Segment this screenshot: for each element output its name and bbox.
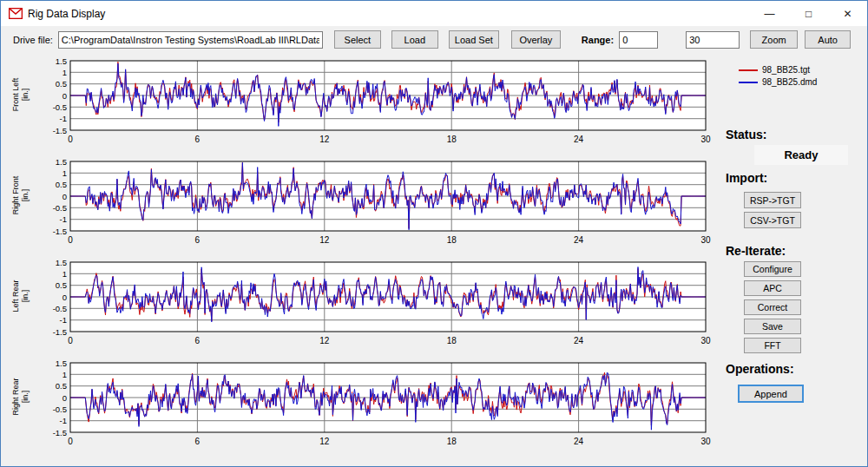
y-axis-label-left-rear: Left Rear [in.] bbox=[10, 260, 32, 355]
svg-text:-1.5: -1.5 bbox=[53, 126, 67, 135]
legend-entry-dmd: 98_BB25.dmd bbox=[739, 77, 817, 87]
channel-unit: [in.] bbox=[21, 176, 30, 215]
chart-plot-right-front: 1.510.50-0.5-1-1.50612182430 bbox=[32, 159, 714, 254]
svg-text:0: 0 bbox=[68, 135, 73, 144]
svg-text:12: 12 bbox=[319, 235, 330, 245]
svg-text:6: 6 bbox=[195, 135, 201, 144]
svg-text:18: 18 bbox=[447, 135, 457, 144]
svg-text:-1: -1 bbox=[60, 416, 67, 425]
svg-text:-0.5: -0.5 bbox=[53, 203, 67, 213]
y-axis-label-right-rear: Right Rear [in.] bbox=[10, 360, 32, 456]
status-label: Status: bbox=[726, 128, 766, 141]
close-button[interactable]: ✕ bbox=[828, 1, 867, 26]
channel-name: Front Left bbox=[11, 78, 21, 112]
legend-entry-tgt: 98_BB25.tgt bbox=[739, 65, 817, 75]
app-icon bbox=[9, 8, 23, 19]
chart-plot-right-rear: 1.510.50-0.5-1-1.50612182430 bbox=[32, 360, 714, 456]
overlay-button[interactable]: Overlay bbox=[511, 30, 561, 49]
dmd-line-swatch bbox=[739, 82, 758, 83]
import-label: Import: bbox=[726, 171, 767, 185]
svg-text:18: 18 bbox=[447, 336, 457, 345]
chart-row-left-rear: Left Rear [in.] 1.510.50-0.5-1-1.5061218… bbox=[10, 260, 714, 355]
chart-row-front-left: Front Left [in.] 1.510.50-0.5-1-1.506121… bbox=[10, 58, 714, 154]
svg-text:0.5: 0.5 bbox=[56, 180, 67, 189]
svg-text:-1.5: -1.5 bbox=[53, 327, 67, 337]
chart-row-right-rear: Right Rear [in.] 1.510.50-0.5-1-1.506121… bbox=[10, 360, 714, 456]
channel-unit: [in.] bbox=[21, 280, 30, 312]
svg-text:1: 1 bbox=[62, 168, 67, 178]
auto-button[interactable]: Auto bbox=[805, 30, 851, 49]
channel-unit: [in.] bbox=[21, 378, 30, 415]
select-button[interactable]: Select bbox=[334, 30, 381, 49]
toolbar: Drive file: Select Load Load Set Overlay… bbox=[1, 26, 867, 53]
svg-text:24: 24 bbox=[574, 135, 584, 144]
main-area: Front Left [in.] 1.510.50-0.5-1-1.506121… bbox=[1, 53, 867, 466]
tgt-line-swatch bbox=[739, 69, 758, 71]
fft-button[interactable]: FFT bbox=[744, 338, 801, 353]
svg-text:-1.5: -1.5 bbox=[53, 227, 67, 236]
channel-unit: [in.] bbox=[21, 78, 30, 112]
reiterate-label: Re-Iterate: bbox=[726, 244, 786, 258]
svg-text:1.5: 1.5 bbox=[56, 360, 67, 368]
svg-text:1: 1 bbox=[62, 68, 67, 77]
zoom-button[interactable]: Zoom bbox=[750, 30, 798, 49]
y-axis-label-front-left: Front Left [in.] bbox=[10, 58, 32, 154]
svg-text:0: 0 bbox=[62, 91, 67, 101]
svg-text:30: 30 bbox=[700, 336, 711, 345]
svg-text:-1.5: -1.5 bbox=[53, 428, 67, 437]
svg-text:18: 18 bbox=[447, 235, 457, 245]
save-button[interactable]: Save bbox=[744, 319, 801, 334]
svg-text:30: 30 bbox=[700, 135, 711, 144]
svg-text:24: 24 bbox=[574, 336, 584, 345]
svg-text:1.5: 1.5 bbox=[56, 159, 67, 167]
load-set-button[interactable]: Load Set bbox=[449, 30, 499, 49]
correct-button[interactable]: Correct bbox=[744, 299, 801, 315]
svg-text:0: 0 bbox=[62, 192, 67, 201]
drive-file-input[interactable] bbox=[58, 31, 323, 49]
apc-button[interactable]: APC bbox=[744, 280, 801, 296]
app-window: Rig Data Display — □ ✕ Drive file: Selec… bbox=[0, 0, 868, 467]
svg-text:-0.5: -0.5 bbox=[53, 102, 67, 112]
status-value: Ready bbox=[754, 145, 848, 165]
legend: 98_BB25.tgt 98_BB25.dmd bbox=[739, 65, 817, 89]
range-end-input[interactable] bbox=[686, 31, 740, 49]
svg-text:1.5: 1.5 bbox=[56, 58, 67, 66]
channel-name: Right Front bbox=[11, 176, 21, 215]
svg-text:0: 0 bbox=[68, 235, 73, 245]
window-controls: — □ ✕ bbox=[750, 1, 867, 26]
rsp-to-tgt-button[interactable]: RSP->TGT bbox=[744, 192, 801, 208]
svg-text:0: 0 bbox=[68, 437, 73, 446]
svg-text:6: 6 bbox=[195, 437, 201, 446]
range-label: Range: bbox=[582, 35, 614, 45]
svg-text:1.5: 1.5 bbox=[56, 260, 67, 267]
svg-text:-1: -1 bbox=[60, 214, 67, 224]
range-start-input[interactable] bbox=[619, 31, 658, 49]
legend-label-tgt: 98_BB25.tgt bbox=[762, 65, 810, 75]
maximize-button[interactable]: □ bbox=[789, 1, 828, 26]
svg-text:1: 1 bbox=[62, 370, 67, 379]
svg-text:30: 30 bbox=[700, 235, 711, 245]
load-button[interactable]: Load bbox=[391, 30, 438, 49]
append-button[interactable]: Append bbox=[738, 385, 804, 403]
charts-area: Front Left [in.] 1.510.50-0.5-1-1.506121… bbox=[10, 58, 714, 461]
svg-text:0: 0 bbox=[62, 393, 67, 403]
svg-text:24: 24 bbox=[574, 235, 584, 245]
svg-text:-0.5: -0.5 bbox=[53, 304, 67, 313]
svg-text:12: 12 bbox=[319, 437, 330, 446]
csv-to-tgt-button[interactable]: CSV->TGT bbox=[744, 212, 801, 228]
sidebar: 98_BB25.tgt 98_BB25.dmd Status: Ready Im… bbox=[718, 53, 867, 466]
minimize-button[interactable]: — bbox=[750, 1, 789, 26]
window-title: Rig Data Display bbox=[28, 8, 105, 20]
svg-text:18: 18 bbox=[447, 437, 457, 446]
configure-button[interactable]: Configure bbox=[744, 261, 801, 277]
svg-text:0.5: 0.5 bbox=[56, 79, 67, 89]
chart-plot-left-rear: 1.510.50-0.5-1-1.50612182430 bbox=[32, 260, 714, 355]
svg-text:6: 6 bbox=[195, 336, 201, 345]
svg-text:1: 1 bbox=[62, 269, 67, 279]
svg-text:6: 6 bbox=[195, 235, 201, 245]
svg-text:24: 24 bbox=[574, 437, 584, 446]
svg-text:12: 12 bbox=[319, 135, 330, 144]
svg-text:-1: -1 bbox=[60, 114, 67, 123]
y-axis-label-right-front: Right Front [in.] bbox=[10, 159, 32, 254]
svg-text:30: 30 bbox=[700, 437, 711, 446]
